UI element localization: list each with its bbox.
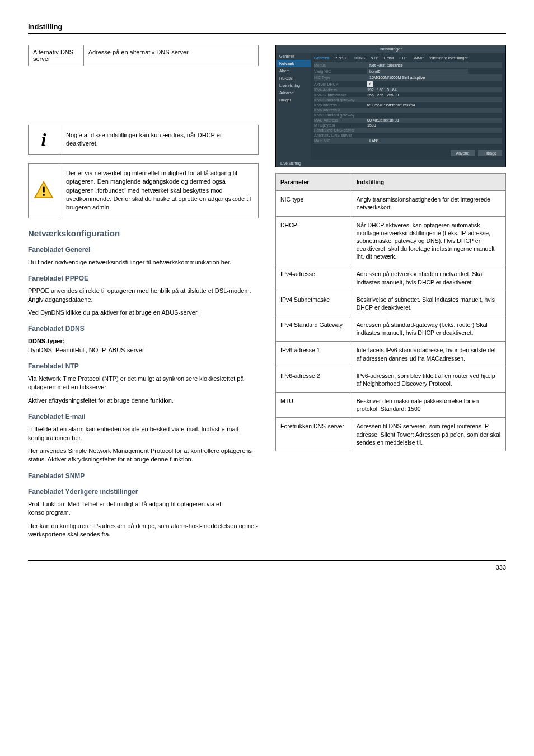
warning-icon: [34, 181, 54, 200]
table-row: MTU: [276, 393, 352, 418]
ss-lab-ipv6a2: IPv6 address 2: [314, 108, 367, 112]
table-row: Når DHCP aktiveres, kan optageren automa…: [352, 216, 505, 265]
ss-lab-modus: Modus: [314, 63, 367, 67]
table-row: IPv6-adresse 2: [276, 367, 352, 392]
param-head-2: Indstilling: [352, 174, 505, 191]
parameter-table: Parameter Indstilling NIC-typeAngiv tran…: [275, 173, 506, 451]
ss-side-bruger[interactable]: Bruger: [276, 96, 311, 104]
ddns-types-label: DDNS-typer:: [28, 338, 64, 344]
ss-lab-dns1: Foretrukne DNS-server: [314, 128, 367, 132]
ss-val-nictype[interactable]: 10M/100M/1000M Self-adaptive: [367, 75, 468, 80]
text-more-profi: Profi-funktion: Med Telnet er det muligt…: [28, 500, 259, 517]
table-row: IPv4-adresse: [276, 265, 352, 291]
ss-lab-ipv6a1: IPv6 address 1: [314, 103, 367, 107]
ss-val-mac: 00:40:35:bb:1b:98: [367, 118, 399, 122]
ss-lab-mtu: MTU(Bytes): [314, 123, 367, 127]
ss-lab-dns2: Alternativ DNS-server: [314, 133, 367, 137]
svg-rect-1: [43, 187, 45, 193]
svg-rect-2: [43, 194, 45, 196]
tab-heading-general: Fanebladet Generel: [28, 246, 259, 254]
ss-side-netvaerk[interactable]: Netværk: [276, 60, 311, 67]
ss-lab-ipv4gw: IPv4 Standard gateway: [314, 98, 367, 102]
section-heading-netconfig: Netværkskonfiguration: [28, 228, 259, 238]
ss-lab-ipv4addr: IPv4 Address: [314, 88, 367, 92]
tab-heading-pppoe: Fanebladet PPPOE: [28, 274, 259, 282]
text-pppoe-2: Ved DynDNS klikke du på aktiver for at b…: [28, 309, 259, 317]
info-text: Nogle af disse indstillinger kan kun ænd…: [59, 125, 258, 154]
tab-heading-ddns: Fanebladet DDNS: [28, 325, 259, 333]
table-row: Interfacets IPv6-standardadresse, hvor d…: [352, 342, 505, 367]
table-row: Adressen til DNS-serveren; som regel rou…: [352, 418, 505, 451]
ss-lab-ipv4mask: IPv4 Subnetmaske: [314, 93, 367, 97]
text-pppoe-1: PPPOE anvendes di rekte til optageren me…: [28, 287, 259, 304]
tab-heading-email: Fanebladet E-mail: [28, 413, 259, 421]
text-ddns: DDNS-typer: DynDNS, PeanutHull, NO-IP, A…: [28, 337, 259, 354]
ss-tab-ddns[interactable]: DDNS: [354, 56, 365, 60]
ss-chk-dhcp[interactable]: ✓: [367, 81, 373, 87]
ss-lab-mac: MAC Address: [314, 118, 367, 122]
ss-val-mtu[interactable]: 1500: [367, 123, 376, 127]
alt-dns-label: Alternativ DNS-server: [29, 45, 84, 66]
ss-tab-generelt[interactable]: Generelt: [314, 56, 329, 60]
text-general: Du finder nødvendige netværksindstilling…: [28, 258, 259, 267]
ss-apply-button[interactable]: Anvend: [451, 150, 475, 156]
text-ntp-2: Aktiver afkrydsningsfeltet for at bruge …: [28, 396, 259, 405]
ss-side-alarm[interactable]: Alarm: [276, 67, 311, 74]
ss-window-title: Indstillinger: [276, 45, 505, 53]
page-header: Indstilling: [28, 22, 62, 31]
ss-lab-nic: Vælg NIC: [314, 69, 367, 73]
table-row: NIC-type: [276, 191, 352, 216]
text-ntp-1: Via Network Time Protocol (NTP) er det m…: [28, 375, 259, 392]
ss-tab-pppoe[interactable]: PPPOE: [335, 56, 348, 60]
text-email-1: I tilfælde af en alarm kan enheden sende…: [28, 425, 259, 442]
ss-tab-email[interactable]: Email: [384, 56, 394, 60]
text-more: Her kan du konfigurere IP-adressen på de…: [28, 522, 259, 539]
table-row: Foretrukken DNS-server: [276, 418, 352, 451]
table-row: Adressen på netværksenheden i netværket.…: [352, 265, 505, 291]
page-number: 333: [28, 560, 506, 571]
table-row: IPv4 Standard Gateway: [276, 316, 352, 342]
tab-heading-more: Fanebladet Yderligere indstillinger: [28, 488, 259, 496]
table-row: Angiv transmissionshastigheden for det i…: [352, 191, 505, 216]
ss-sidebar: Generelt Netværk Alarm RS-232 Live-visni…: [276, 53, 311, 160]
ss-lab-mainnic: Main NIC: [314, 139, 367, 143]
warning-callout: Der er via netværket og internettet muli…: [28, 163, 259, 218]
table-row: Beskrivelse af subnettet. Skal indtastes…: [352, 291, 505, 316]
ss-bottom-bar[interactable]: Live-visning: [276, 160, 505, 167]
table-row: IPv6-adressen, som blev tildelt af en ro…: [352, 367, 505, 392]
ss-lab-nictype: NIC Type: [314, 76, 367, 80]
ss-val-nic[interactable]: bond0: [367, 69, 468, 74]
table-row: DHCP: [276, 216, 352, 265]
info-icon: i: [41, 130, 46, 148]
param-head-1: Parameter: [276, 174, 352, 191]
ss-side-generelt[interactable]: Generelt: [276, 53, 311, 60]
ss-back-button[interactable]: Tilbage: [478, 150, 502, 156]
alt-dns-table: Alternativ DNS-server Adresse på en alte…: [28, 45, 259, 66]
tab-heading-ntp: Fanebladet NTP: [28, 362, 259, 370]
ss-tab-ntp[interactable]: NTP: [371, 56, 378, 60]
text-email-2: Her anvendes Simple Network Management P…: [28, 447, 259, 464]
ss-side-livevisning[interactable]: Live-visning: [276, 82, 311, 89]
ss-lab-dhcp: Aktiver DHCP: [314, 82, 367, 86]
table-row: Adressen på standard-gateway (f.eks. rou…: [352, 316, 505, 342]
ss-lab-ipv6gw: IPv6 Standard gateway: [314, 113, 367, 117]
ss-side-advarsel[interactable]: Advarsel: [276, 89, 311, 96]
ss-val-mainnic[interactable]: LAN1: [367, 138, 468, 143]
ss-val-ipv4mask[interactable]: 255 . 255 . 255 . 0: [367, 93, 399, 97]
alt-dns-value: Adresse på en alternativ DNS-server: [83, 45, 258, 66]
ss-tab-ftp[interactable]: FTP: [399, 56, 406, 60]
ss-tab-yderligere[interactable]: Yderligere indstillinger: [429, 56, 468, 60]
ddns-types-list: DynDNS, PeanutHull, NO-IP, ABUS-server: [28, 347, 144, 353]
tab-heading-snmp: Fanebladet SNMP: [28, 472, 259, 480]
ss-val-modus[interactable]: Net Fault-tolerance: [367, 63, 468, 68]
ss-val-ipv4addr[interactable]: 192 . 168 . 0 . 64: [367, 88, 397, 92]
ss-side-rs232[interactable]: RS-232: [276, 74, 311, 82]
ss-val-ipv6a1[interactable]: fe80::240:35ff:febb:1b98/64: [367, 103, 415, 107]
ss-tabs: Generelt PPPOE DDNS NTP Email FTP SNMP Y…: [314, 55, 502, 62]
settings-screenshot: Indstillinger Generelt Netværk Alarm RS-…: [275, 45, 506, 167]
ss-tab-snmp[interactable]: SNMP: [413, 56, 424, 60]
table-row: IPv4 Subnetmaske: [276, 291, 352, 316]
info-callout: i Nogle af disse indstillinger kan kun æ…: [28, 125, 259, 155]
table-row: Beskriver den maksimale pakkestørrelse f…: [352, 393, 505, 418]
table-row: IPv6-adresse 1: [276, 342, 352, 367]
